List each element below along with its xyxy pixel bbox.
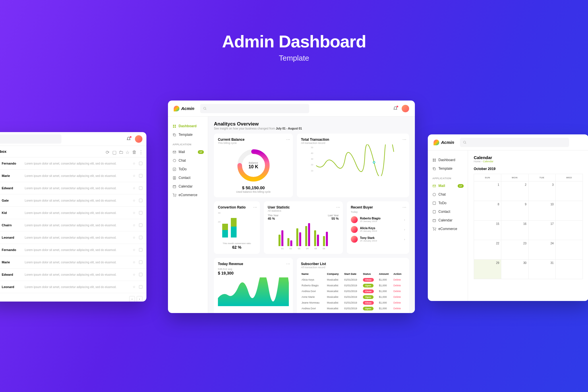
mail-row[interactable]: ChairnLorem ipsum dolor sit amet, consec…: [0, 219, 146, 231]
sidebar-item-todo[interactable]: ToDo: [168, 165, 208, 173]
calendar-cell[interactable]: [556, 181, 583, 201]
search-input[interactable]: [0, 134, 61, 144]
checkbox[interactable]: [139, 162, 142, 165]
sidebar-item-dashboard[interactable]: Dashboard: [168, 122, 208, 130]
calendar-cell[interactable]: 9: [501, 201, 529, 221]
buyer-row[interactable]: Alicia Keys25 January 2019›: [351, 226, 405, 233]
bell-icon[interactable]: [126, 137, 131, 141]
star-icon[interactable]: ☆: [133, 223, 136, 227]
star-icon[interactable]: ☆: [133, 199, 136, 202]
sidebar-item-contact[interactable]: Contact: [168, 173, 208, 182]
avatar[interactable]: [402, 105, 409, 112]
buyer-row[interactable]: Roberto Biagio25 January 2019›: [351, 216, 405, 223]
delete-button[interactable]: Delete: [393, 296, 401, 298]
calendar-cell[interactable]: 16: [501, 221, 529, 240]
checkbox[interactable]: [139, 236, 142, 239]
more-icon[interactable]: ⋮: [139, 150, 142, 153]
refresh-icon[interactable]: ⟳: [106, 150, 109, 153]
sidebar-item-chat[interactable]: Chat: [168, 156, 208, 165]
calendar-cell[interactable]: 15: [474, 221, 501, 240]
mail-row[interactable]: FernandoLorem ipsum dolor sit amet, cons…: [0, 157, 146, 170]
sidebar-item-template[interactable]: Template: [168, 130, 208, 139]
calendar-cell[interactable]: [556, 260, 583, 279]
checkbox[interactable]: [139, 273, 142, 276]
brand-logo[interactable]: Acmin: [434, 140, 454, 145]
mail-row[interactable]: EdwardLorem ipsum dolor sit amet, consec…: [0, 182, 146, 194]
calendar-cell[interactable]: 29: [474, 260, 501, 279]
calendar-cell[interactable]: [556, 201, 583, 221]
folder-icon[interactable]: 🗀: [119, 150, 123, 153]
delete-button[interactable]: Delete: [393, 284, 401, 287]
mail-row[interactable]: GateLorem ipsum dolor sit amet, consecte…: [0, 194, 146, 207]
more-icon[interactable]: ⋮: [337, 205, 339, 209]
mail-row[interactable]: MarieLorem ipsum dolor sit amet, consect…: [0, 170, 146, 182]
mail-row[interactable]: KidLorem ipsum dolor sit amet, consectet…: [0, 207, 146, 219]
sidebar-item-calendar[interactable]: Calendar: [168, 182, 208, 191]
sidebar-item-chat[interactable]: Chat: [428, 190, 468, 199]
sidebar-item-dashboard[interactable]: Dashboard: [428, 156, 468, 164]
mail-row[interactable]: MarieLorem ipsum dolor sit amet, consect…: [0, 256, 146, 269]
checkbox[interactable]: [139, 199, 142, 202]
bell-icon[interactable]: [393, 106, 398, 111]
checkbox[interactable]: [139, 174, 142, 177]
buyer-row[interactable]: Tony Stark25 January 2019›: [351, 236, 405, 243]
star-icon[interactable]: ☆: [133, 248, 136, 252]
sidebar-item-ecommerce[interactable]: eCommerce: [168, 191, 208, 199]
calendar-cell[interactable]: 22: [474, 240, 501, 260]
star-icon[interactable]: ☆: [133, 285, 136, 289]
mail-row[interactable]: LeonardLorem ipsum dolor sit amet, conse…: [0, 281, 146, 293]
star-icon[interactable]: ☆: [125, 150, 129, 153]
sidebar-item-contact[interactable]: Contact: [428, 207, 468, 216]
calendar-cell[interactable]: 30: [501, 260, 529, 279]
checkbox[interactable]: [139, 260, 142, 264]
star-icon[interactable]: ☆: [133, 174, 136, 177]
sidebar-item-todo[interactable]: ToDo: [428, 199, 468, 207]
more-icon[interactable]: ⋮: [404, 205, 405, 209]
calendar-cell[interactable]: 10: [529, 201, 556, 221]
star-icon[interactable]: ☆: [133, 162, 136, 165]
calendar-cell[interactable]: 17: [529, 221, 556, 240]
star-icon[interactable]: ☆: [133, 260, 136, 264]
delete-button[interactable]: Delete: [393, 290, 401, 293]
more-icon[interactable]: ⋮: [288, 138, 289, 141]
star-icon[interactable]: ☆: [133, 211, 136, 215]
sidebar-item-ecommerce[interactable]: eCommerce: [428, 225, 468, 233]
calendar-cell[interactable]: 3: [529, 181, 556, 201]
calendar-cell[interactable]: 2: [501, 181, 529, 201]
sidebar-item-template[interactable]: Template: [428, 164, 468, 173]
more-icon[interactable]: ⋮: [254, 205, 256, 209]
delete-button[interactable]: Delete: [393, 301, 401, 304]
search-input[interactable]: [200, 104, 309, 113]
sidebar-item-calendar[interactable]: Calendar: [428, 216, 468, 225]
sidebar-item-mail[interactable]: Mail17: [428, 181, 468, 190]
star-icon[interactable]: ☆: [133, 186, 136, 190]
mail-row[interactable]: FernandoLorem ipsum dolor sit amet, cons…: [0, 244, 146, 256]
page-next-button[interactable]: ›: [137, 296, 142, 302]
avatar[interactable]: [135, 135, 142, 143]
brand-logo[interactable]: Acmin: [174, 106, 194, 111]
more-icon[interactable]: ⋮: [404, 138, 405, 141]
mail-row[interactable]: LeonardLorem ipsum dolor sit amet, conse…: [0, 231, 146, 244]
calendar-cell[interactable]: 23: [501, 240, 529, 260]
sidebar-item-mail[interactable]: Mail17: [168, 148, 208, 156]
trash-icon[interactable]: 🗑: [132, 150, 136, 153]
mail-row[interactable]: EdwardLorem ipsum dolor sit amet, consec…: [0, 269, 146, 281]
more-icon[interactable]: ⋮: [288, 262, 289, 266]
calendar-cell[interactable]: 31: [529, 260, 556, 279]
checkbox[interactable]: [139, 285, 142, 289]
calendar-cell[interactable]: 8: [474, 201, 501, 221]
calendar-cell[interactable]: [556, 221, 583, 240]
checkbox[interactable]: [139, 211, 142, 215]
page-prev-button[interactable]: ‹: [129, 296, 135, 302]
search-input[interactable]: [460, 138, 569, 147]
tag-icon[interactable]: ▢: [112, 150, 116, 153]
delete-button[interactable]: Delete: [393, 278, 401, 281]
calendar-cell[interactable]: 1: [474, 181, 501, 201]
checkbox[interactable]: [139, 223, 142, 227]
calendar-cell[interactable]: 24: [529, 240, 556, 260]
calendar-cell[interactable]: [556, 240, 583, 260]
star-icon[interactable]: ☆: [133, 273, 136, 276]
checkbox[interactable]: [139, 248, 142, 252]
delete-button[interactable]: Delete: [393, 307, 401, 310]
star-icon[interactable]: ☆: [133, 236, 136, 239]
